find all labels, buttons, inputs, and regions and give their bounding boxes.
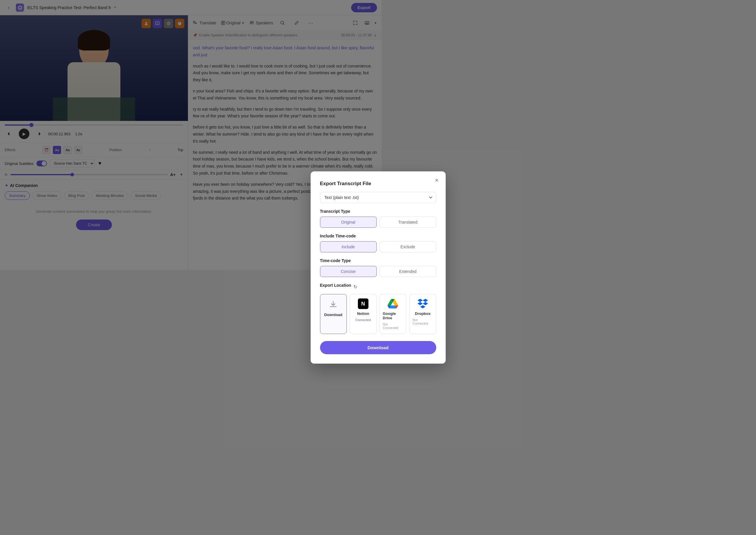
timecode-include[interactable]: Include [320,241,377,252]
timecode-type-label: Time-code Type [320,258,382,263]
export-modal: × Export Transcript File Text (plain tex… [311,171,382,270]
timecode-label: Include Time-code [320,234,382,238]
transcript-type-original[interactable]: Original [320,216,377,228]
timecode-type-concise[interactable]: Concise [320,266,377,270]
format-select[interactable]: Text (plain text .txt)SRTVTTWord Documen… [320,192,382,203]
timecode-type-group: Concise Extended [320,266,382,270]
modal-overlay[interactable]: × Export Transcript File Text (plain tex… [0,0,382,270]
transcript-type-translated[interactable]: Translated [380,216,382,228]
timecode-exclude[interactable]: Exclude [380,241,382,252]
transcript-type-label: Transcript Type [320,209,382,214]
transcript-type-group: Original Translated [320,216,382,228]
timecode-type-extended[interactable]: Extended [380,266,382,270]
timecode-group: Include Exclude [320,241,382,252]
modal-title: Export Transcript File [320,181,382,187]
